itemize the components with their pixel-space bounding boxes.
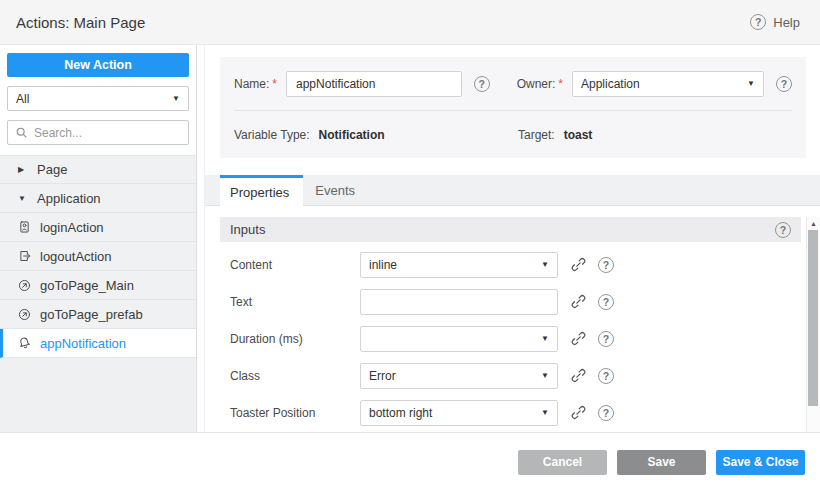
scrollbar-thumb[interactable]	[808, 230, 818, 406]
filter-dropdown[interactable]: All ▼	[7, 86, 189, 111]
action-summary-card: Name: * ? Owner: * Application ▼ ? Varia…	[220, 57, 806, 158]
search-input[interactable]	[34, 126, 189, 140]
notification-bell-icon	[17, 336, 31, 350]
inputs-rows: Contentinline▼?Text?Duration (ms)▼?Class…	[220, 246, 801, 431]
owner-value: Application	[581, 77, 640, 91]
sidebar-item-gotopage-main[interactable]: goToPage_Main	[0, 271, 196, 300]
text-input[interactable]	[360, 289, 558, 315]
target-label: Target:	[518, 128, 555, 142]
field-row-class: ClassError▼?	[220, 357, 801, 394]
filter-value: All	[16, 92, 29, 106]
tree-item-label: Page	[37, 162, 67, 177]
text-label: Text	[230, 295, 360, 309]
sidebar-item-logoutaction[interactable]: logoutAction	[0, 242, 196, 271]
help-button[interactable]: ? Help	[750, 14, 800, 30]
tab-events[interactable]: Events	[303, 175, 367, 205]
field-row-text: Text?	[220, 283, 801, 320]
help-icon: ?	[750, 14, 766, 30]
new-action-button[interactable]: New Action	[7, 53, 189, 77]
search-box	[7, 120, 189, 145]
chevron-down-icon: ▼	[541, 334, 549, 343]
chevron-down-icon: ▼	[172, 94, 180, 103]
content-help-icon[interactable]: ?	[598, 257, 614, 273]
duration-ms--select[interactable]: ▼	[360, 326, 558, 352]
sidebar-item-loginaction[interactable]: loginAction	[0, 213, 196, 242]
field-row-duration-ms-: Duration (ms)▼?	[220, 320, 801, 357]
actions-sidebar: New Action All ▼ ▶Page▼ApplicationloginA…	[0, 45, 197, 432]
text-link-icon[interactable]	[571, 294, 586, 309]
field-row-toaster-position: Toaster Positionbottom right▼?	[220, 394, 801, 431]
tree-item-label: goToPage_Main	[40, 278, 134, 293]
class-help-icon[interactable]: ?	[598, 368, 614, 384]
name-input[interactable]	[286, 71, 462, 97]
sidebar-item-appnotification[interactable]: appNotification	[0, 329, 196, 358]
tab-bar: Properties Events	[205, 175, 820, 206]
scroll-up-icon[interactable]: ▲	[807, 220, 820, 227]
chevron-collapsed-icon[interactable]: ▶	[18, 165, 28, 174]
class-link-icon[interactable]	[571, 368, 586, 383]
name-label: Name:	[234, 77, 269, 91]
cancel-button[interactable]: Cancel	[518, 450, 607, 475]
chevron-down-icon: ▼	[541, 260, 549, 269]
search-icon	[15, 126, 28, 139]
chevron-expanded-icon[interactable]: ▼	[18, 194, 28, 203]
content-link-icon[interactable]	[571, 257, 586, 272]
class-select[interactable]: Error▼	[360, 363, 558, 389]
dialog-header: Actions: Main Page ? Help	[0, 0, 820, 45]
field-row-content: Contentinline▼?	[220, 246, 801, 283]
properties-content: Inputs ? Contentinline▼?Text?Duration (m…	[205, 217, 820, 432]
variable-type-value: Notification	[319, 128, 385, 142]
content-select[interactable]: inline▼	[360, 252, 558, 278]
duration-ms--link-icon[interactable]	[571, 331, 586, 346]
class-label: Class	[230, 369, 360, 383]
chevron-down-icon: ▼	[541, 371, 549, 380]
duration-ms--label: Duration (ms)	[230, 332, 360, 346]
panel-divider	[197, 45, 205, 432]
content-value: inline	[369, 258, 397, 272]
sidebar-item-page[interactable]: ▶Page	[0, 155, 196, 184]
duration-ms--help-icon[interactable]: ?	[598, 331, 614, 347]
help-label: Help	[773, 15, 800, 30]
tab-properties[interactable]: Properties	[220, 175, 303, 206]
owner-select[interactable]: Application ▼	[572, 71, 764, 97]
name-help-icon[interactable]: ?	[474, 76, 490, 92]
toaster-position-link-icon[interactable]	[571, 405, 586, 420]
owner-label: Owner:	[517, 77, 556, 91]
login-icon	[17, 220, 31, 234]
toaster-position-select[interactable]: bottom right▼	[360, 400, 558, 426]
save-and-close-button[interactable]: Save & Close	[716, 450, 805, 475]
chevron-down-icon: ▼	[747, 79, 755, 88]
toaster-position-help-icon[interactable]: ?	[598, 405, 614, 421]
required-marker: *	[558, 77, 563, 91]
tree-item-label: goToPage_prefab	[40, 307, 143, 322]
tree-item-label: loginAction	[40, 220, 104, 235]
inputs-section: Inputs ? Contentinline▼?Text?Duration (m…	[220, 217, 801, 431]
target-value: toast	[564, 128, 593, 142]
tree-item-label: Application	[37, 191, 101, 206]
owner-help-icon[interactable]: ?	[776, 76, 792, 92]
page-title: Actions: Main Page	[16, 14, 145, 31]
save-button[interactable]: Save	[617, 450, 706, 475]
logout-icon	[17, 249, 31, 263]
action-detail-panel: Name: * ? Owner: * Application ▼ ? Varia…	[205, 45, 820, 432]
go-to-page-icon	[17, 308, 31, 321]
toaster-position-label: Toaster Position	[230, 406, 360, 420]
dialog-footer: Cancel Save Save & Close	[0, 432, 820, 491]
inputs-help-icon[interactable]: ?	[775, 222, 791, 238]
vertical-scrollbar[interactable]: ▲ ▼	[806, 217, 820, 432]
variable-type-label: Variable Type:	[234, 128, 310, 142]
tree-item-label: appNotification	[40, 336, 126, 351]
content-label: Content	[230, 258, 360, 272]
sidebar-controls: New Action All ▼	[0, 45, 196, 155]
inputs-title: Inputs	[230, 222, 265, 237]
class-value: Error	[369, 369, 396, 383]
sidebar-item-application[interactable]: ▼Application	[0, 184, 196, 213]
tab-properties-label: Properties	[230, 185, 289, 200]
required-marker: *	[272, 77, 277, 91]
sidebar-item-gotopage-prefab[interactable]: goToPage_prefab	[0, 300, 196, 329]
toaster-position-value: bottom right	[369, 406, 432, 420]
tab-events-label: Events	[315, 183, 355, 198]
chevron-down-icon: ▼	[541, 408, 549, 417]
tree-item-label: logoutAction	[40, 249, 112, 264]
text-help-icon[interactable]: ?	[598, 294, 614, 310]
